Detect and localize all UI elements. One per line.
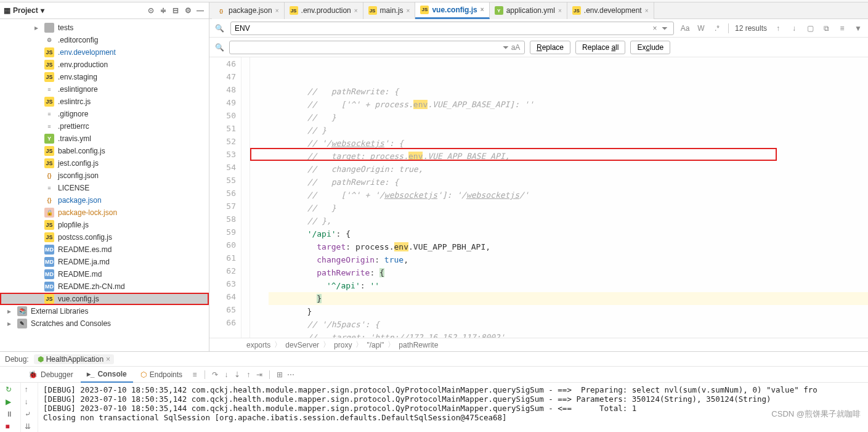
tab--env-production[interactable]: JS.env.production× bbox=[285, 2, 363, 19]
gear-icon: ⚙ bbox=[44, 35, 54, 45]
tab-debugger[interactable]: 🐞Debugger bbox=[22, 367, 79, 383]
debug-label: Debug: bbox=[5, 355, 29, 364]
settings2-icon[interactable]: ≡ bbox=[837, 24, 847, 33]
more-icon[interactable]: ≡ bbox=[190, 370, 200, 379]
words-icon[interactable]: W bbox=[696, 24, 706, 33]
rerun-icon[interactable]: ↻ bbox=[6, 385, 15, 395]
tree-item[interactable]: Y.travis.yml bbox=[0, 132, 209, 145]
step-into-icon[interactable]: ↓ bbox=[221, 370, 231, 379]
console-output[interactable]: [DEBUG] 2023-07-10 18:50:35,142 com.qckj… bbox=[38, 383, 868, 432]
tab-vue-config-js[interactable]: JSvue.config.js× bbox=[415, 2, 489, 19]
tab--env-development[interactable]: JS.env.development× bbox=[567, 2, 654, 19]
replace-all-button[interactable]: Replace all bbox=[575, 41, 625, 54]
pause-icon[interactable]: ⏸ bbox=[6, 410, 15, 420]
settings-icon[interactable]: ⚙ bbox=[183, 6, 193, 15]
wrap-icon[interactable]: ⤶ bbox=[25, 410, 34, 420]
next-match-icon[interactable]: ↓ bbox=[789, 24, 799, 33]
search-icon: 🔍 bbox=[214, 24, 224, 33]
tree-item[interactable]: JSplopfile.js bbox=[0, 219, 209, 231]
new-window-icon[interactable]: ⧉ bbox=[821, 24, 831, 33]
filter-icon[interactable]: ▼ bbox=[853, 24, 863, 33]
tree-item[interactable]: MDREADME.zh-CN.md bbox=[0, 280, 209, 293]
md-icon: MD bbox=[44, 282, 54, 291]
run-to-cursor-icon[interactable]: ⇥ bbox=[254, 370, 264, 379]
regex-icon[interactable]: .* bbox=[712, 24, 722, 33]
trace-icon[interactable]: ⋯ bbox=[286, 370, 296, 379]
tree-item[interactable]: JSvue.config.js bbox=[0, 293, 209, 305]
replace-button[interactable]: Replace bbox=[530, 41, 570, 54]
tree-item[interactable]: 🔒package-lock.json bbox=[0, 206, 209, 219]
close-icon[interactable]: × bbox=[354, 7, 358, 14]
find-bar: 🔍 × ⏷ Aa W .* 12 results ↑ ↓ ▢ ⧉ ≡ ▼ bbox=[209, 19, 868, 38]
hide-panel-icon[interactable]: — bbox=[195, 6, 205, 15]
exclude-button[interactable]: Exclude bbox=[630, 41, 670, 54]
history2-icon[interactable]: ⏷ bbox=[501, 43, 511, 52]
history-icon[interactable]: ⏷ bbox=[660, 24, 670, 33]
close-icon[interactable]: × bbox=[558, 7, 562, 14]
tree-item[interactable]: JS.env.staging bbox=[0, 71, 209, 83]
down-icon[interactable]: ↓ bbox=[25, 397, 34, 407]
step-out-icon[interactable]: ↑ bbox=[243, 370, 253, 379]
project-tree[interactable]: ▸tests⚙.editorconfigJS.env.developmentJS… bbox=[0, 19, 209, 351]
breadcrumb-item[interactable]: exports bbox=[246, 341, 270, 349]
clear-search-icon[interactable]: × bbox=[650, 24, 660, 33]
tree-item[interactable]: {}package.json bbox=[0, 194, 209, 206]
close-icon[interactable]: × bbox=[275, 7, 279, 14]
stop-icon[interactable]: ■ bbox=[6, 422, 15, 432]
close-icon[interactable]: × bbox=[645, 7, 649, 14]
tree-item[interactable]: ≡.prettierrc bbox=[0, 120, 209, 132]
tab-application-yml[interactable]: Yapplication.yml× bbox=[490, 2, 567, 19]
scroll-icon[interactable]: ⇊ bbox=[25, 422, 34, 432]
close-icon[interactable]: × bbox=[407, 7, 410, 14]
up-icon[interactable]: ↑ bbox=[25, 385, 34, 395]
tree-item[interactable]: JS.env.development bbox=[0, 46, 209, 59]
select-all-icon[interactable]: ▢ bbox=[805, 24, 815, 33]
expand-all-icon[interactable]: ≑ bbox=[158, 6, 168, 15]
step-over-icon[interactable]: ↷ bbox=[210, 370, 220, 379]
js-icon: JS bbox=[290, 6, 298, 15]
close-config-icon[interactable]: × bbox=[106, 355, 110, 364]
select-opened-file-icon[interactable]: ⊙ bbox=[146, 6, 156, 15]
tree-item[interactable]: JS.eslintrc.js bbox=[0, 96, 209, 108]
preserve-case-icon[interactable]: aA bbox=[511, 43, 521, 52]
tree-item[interactable]: ▸✎Scratches and Consoles bbox=[0, 317, 209, 330]
tree-item[interactable]: JS.env.production bbox=[0, 59, 209, 71]
resume-icon[interactable]: ▶ bbox=[6, 397, 15, 407]
tree-item[interactable]: ≡.gitignore bbox=[0, 108, 209, 120]
breadcrumb-item[interactable]: proxy bbox=[334, 341, 352, 349]
breadcrumb-item[interactable]: pathRewrite bbox=[399, 341, 438, 349]
force-step-icon[interactable]: ⇣ bbox=[232, 370, 242, 379]
close-icon[interactable]: × bbox=[481, 6, 484, 13]
tab-console[interactable]: ▸_Console bbox=[81, 367, 133, 383]
prev-match-icon[interactable]: ↑ bbox=[773, 24, 783, 33]
tab-package-json[interactable]: {}package.json× bbox=[212, 2, 285, 19]
tree-item[interactable]: MDREADME.es.md bbox=[0, 243, 209, 256]
evaluate-icon[interactable]: ⊞ bbox=[275, 370, 285, 379]
tree-item[interactable]: ▸tests bbox=[0, 22, 209, 34]
tab-endpoints[interactable]: ⬡Endpoints bbox=[134, 367, 189, 383]
tree-item[interactable]: JSpostcss.config.js bbox=[0, 231, 209, 243]
code-editor[interactable]: 4647484950515253545556575859606162636465… bbox=[209, 57, 868, 338]
tree-item[interactable]: JSbabel.config.js bbox=[0, 145, 209, 157]
replace-input[interactable] bbox=[233, 43, 501, 52]
tree-item[interactable]: ⚙.editorconfig bbox=[0, 34, 209, 46]
js-icon: JS bbox=[44, 97, 54, 107]
search-input-wrap[interactable]: × ⏷ bbox=[230, 22, 674, 35]
tree-item[interactable]: MDREADME.md bbox=[0, 268, 209, 280]
tree-item[interactable]: JSjest.config.js bbox=[0, 157, 209, 169]
match-case-icon[interactable]: Aa bbox=[680, 24, 690, 33]
breadcrumb-item[interactable]: "/api" bbox=[367, 341, 384, 349]
tab-main-js[interactable]: JSmain.js× bbox=[363, 2, 416, 19]
tree-item[interactable]: ≡.eslintignore bbox=[0, 83, 209, 96]
breadcrumb[interactable]: exports〉devServer〉proxy〉"/api"〉pathRewri… bbox=[209, 338, 868, 351]
run-config[interactable]: ⬢ HealthApplication × bbox=[34, 354, 114, 364]
tree-item[interactable]: {}jsconfig.json bbox=[0, 169, 209, 182]
search-input[interactable] bbox=[235, 24, 650, 33]
tree-item[interactable]: ≡LICENSE bbox=[0, 182, 209, 194]
tree-item[interactable]: MDREADME.ja.md bbox=[0, 256, 209, 268]
breadcrumb-item[interactable]: devServer bbox=[285, 341, 319, 349]
chevron-down-icon[interactable]: ▾ bbox=[41, 6, 44, 15]
tree-item[interactable]: ▸📚External Libraries bbox=[0, 305, 209, 317]
collapse-all-icon[interactable]: ⊟ bbox=[171, 6, 180, 15]
replace-input-wrap[interactable]: ⏷ aA bbox=[229, 41, 525, 54]
